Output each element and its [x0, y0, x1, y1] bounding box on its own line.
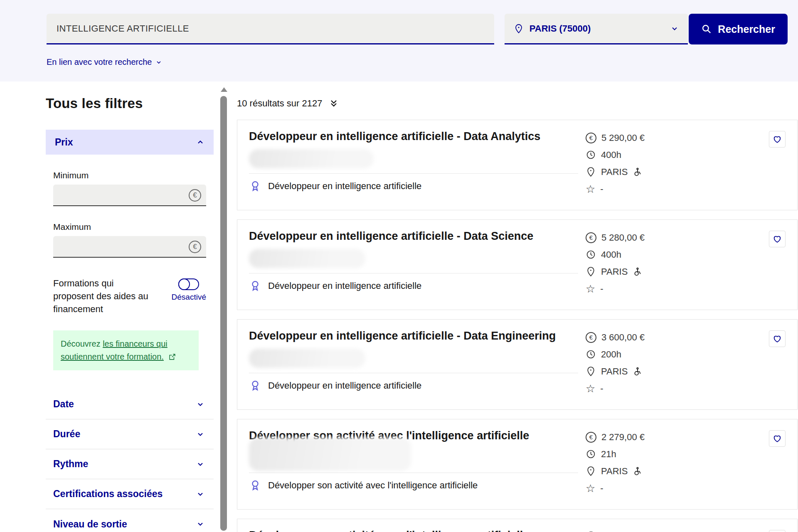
- euro-icon: €: [586, 332, 596, 343]
- course-title[interactable]: Développeur en intelligence artificielle…: [249, 230, 573, 243]
- location: PARIS: [601, 366, 628, 377]
- chevron-down-icon[interactable]: [670, 25, 679, 33]
- price-min-input[interactable]: [53, 185, 206, 205]
- toggle-knob: [178, 278, 190, 290]
- filter-accordion-rythme[interactable]: Rythme: [46, 449, 214, 479]
- external-link-icon: [168, 353, 176, 361]
- chevron-down-icon: [196, 490, 204, 498]
- redacted-provider: [249, 249, 365, 268]
- result-card: Développeur en intelligence artificielle…: [237, 319, 798, 410]
- euro-icon: €: [586, 432, 596, 443]
- chevron-down-icon: [155, 59, 162, 66]
- heart-icon: [773, 334, 782, 343]
- chevron-down-icon: [196, 460, 204, 468]
- scrollbar-thumb[interactable]: [220, 96, 227, 531]
- location-pin-icon: [586, 466, 596, 476]
- duration: 21h: [601, 449, 616, 460]
- price-max-input[interactable]: [53, 236, 206, 257]
- certification-ribbon-icon: [249, 180, 261, 192]
- search-icon: [701, 24, 712, 34]
- redacted-provider: [249, 149, 374, 168]
- funding-toggle-label: Formations qui proposent des aides au fi…: [53, 277, 152, 315]
- financers-note-prefix: Découvrez: [61, 339, 103, 348]
- divider: [249, 473, 578, 473]
- chevron-up-icon: [196, 138, 204, 146]
- result-card: Développer son activité avec l'intellige…: [237, 419, 798, 510]
- favorite-button[interactable]: [769, 330, 786, 347]
- price-min-field[interactable]: €: [53, 185, 206, 206]
- heart-icon: [773, 135, 782, 144]
- heart-icon: [773, 234, 782, 244]
- keywords-field[interactable]: [47, 14, 494, 44]
- euro-icon: €: [586, 232, 596, 243]
- filter-accordion-certifications[interactable]: Certifications associées: [46, 479, 214, 509]
- rating: -: [600, 283, 603, 294]
- result-card: Développeur en intelligence artificielle…: [237, 219, 798, 310]
- result-card: Développer son activité avec l'intellige…: [237, 519, 798, 532]
- scroll-up-arrow-icon[interactable]: [221, 87, 227, 92]
- accordion-label: Durée: [53, 429, 80, 440]
- sidebar-scrollbar[interactable]: [220, 87, 228, 532]
- accordion-label: Date: [53, 399, 74, 410]
- duration: 400h: [601, 249, 621, 260]
- location-pin-icon: [586, 366, 596, 377]
- results-panel: 10 résultats sur 2127 Développeur en int…: [237, 81, 798, 532]
- divider: [249, 173, 578, 174]
- clock-icon: [586, 449, 596, 459]
- redacted-provider: [249, 349, 365, 368]
- filter-prix-label: Prix: [55, 137, 73, 148]
- financers-note: Découvrez les financeurs qui soutiennent…: [53, 330, 199, 370]
- price: 3 600,00 €: [601, 332, 645, 343]
- certification-label: Développer son activité avec l'intellige…: [268, 480, 478, 491]
- location-field[interactable]: PARIS (75000): [505, 14, 688, 44]
- accordion-label: Niveau de sortie: [53, 519, 127, 530]
- filters-sidebar: Tous les filtres Prix Minimum € Maximum …: [46, 81, 214, 532]
- chevron-down-icon: [196, 430, 204, 438]
- redacted-provider: [249, 438, 411, 471]
- star-icon: ☆: [586, 283, 595, 294]
- price-min-label: Minimum: [53, 170, 214, 180]
- search-header: PARIS (75000) Rechercher En lien avec vo…: [0, 0, 798, 81]
- funding-toggle-switch[interactable]: [178, 278, 199, 290]
- filter-accordion-niveau-sortie[interactable]: Niveau de sortie: [46, 509, 214, 532]
- location: PARIS: [601, 266, 628, 277]
- euro-icon: €: [189, 241, 201, 253]
- location: PARIS: [601, 466, 628, 477]
- favorite-button[interactable]: [769, 530, 786, 532]
- certification-ribbon-icon: [249, 379, 261, 392]
- results-list: Développeur en intelligence artificielle…: [237, 120, 798, 532]
- favorite-button[interactable]: [769, 131, 786, 148]
- double-chevron-down-icon[interactable]: [329, 99, 339, 108]
- related-search-label: En lien avec votre recherche: [47, 57, 152, 67]
- star-icon: ☆: [586, 483, 595, 494]
- rating: -: [600, 184, 603, 195]
- location-value: PARIS (75000): [530, 23, 665, 34]
- star-icon: ☆: [586, 383, 595, 394]
- course-title[interactable]: Développeur en intelligence artificielle…: [249, 330, 573, 342]
- accordion-label: Rythme: [53, 458, 88, 470]
- results-count: 10 résultats sur 2127: [237, 98, 322, 109]
- certification-ribbon-icon: [249, 280, 261, 292]
- accessibility-icon: [633, 167, 642, 177]
- location-pin-icon: [586, 266, 596, 277]
- course-title[interactable]: Développeur en intelligence artificielle…: [249, 130, 573, 143]
- location-pin-icon: [514, 24, 524, 34]
- certification-label: Développeur en intelligence artificielle: [268, 181, 421, 192]
- filter-accordion-date[interactable]: Date: [46, 389, 214, 419]
- filter-accordions: Date Durée Rythme Certifications associé…: [46, 389, 214, 532]
- search-button[interactable]: Rechercher: [689, 14, 788, 44]
- course-title[interactable]: Développer son activité avec l'intellige…: [249, 529, 573, 532]
- related-search-link[interactable]: En lien avec votre recherche: [47, 57, 162, 67]
- duration: 400h: [601, 150, 621, 160]
- favorite-button[interactable]: [769, 430, 786, 447]
- price-max-field[interactable]: €: [53, 236, 206, 258]
- accordion-label: Certifications associées: [53, 488, 163, 500]
- favorite-button[interactable]: [769, 231, 786, 247]
- keywords-input[interactable]: [57, 23, 484, 34]
- filter-accordion-duree[interactable]: Durée: [46, 419, 214, 449]
- filters-title: Tous les filtres: [46, 96, 214, 111]
- euro-icon: €: [586, 133, 596, 143]
- filter-accordion-prix[interactable]: Prix: [46, 130, 214, 155]
- accessibility-icon: [633, 267, 642, 276]
- price: 5 290,00 €: [601, 133, 645, 143]
